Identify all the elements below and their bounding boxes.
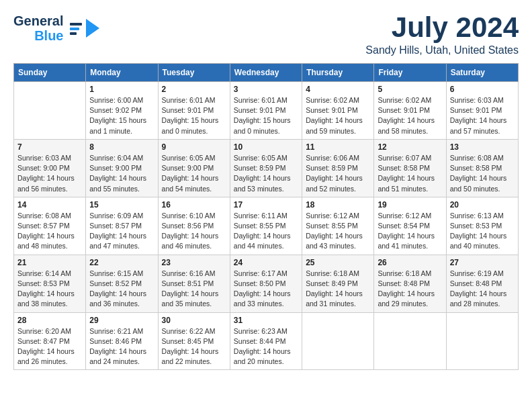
day-info: Sunrise: 6:12 AMSunset: 8:54 PMDaylight:… <box>378 211 442 252</box>
day-number: 13 <box>450 142 515 152</box>
day-info: Sunrise: 6:16 AMSunset: 8:51 PMDaylight:… <box>162 269 226 310</box>
day-info: Sunrise: 6:15 AMSunset: 8:52 PMDaylight:… <box>89 269 154 310</box>
day-info: Sunrise: 6:01 AMSunset: 9:01 PMDaylight:… <box>162 95 226 136</box>
day-info: Sunrise: 6:20 AMSunset: 8:47 PMDaylight:… <box>17 326 82 367</box>
calendar-cell: 7Sunrise: 6:03 AMSunset: 9:00 PMDaylight… <box>14 139 86 197</box>
day-info: Sunrise: 6:08 AMSunset: 8:58 PMDaylight:… <box>450 153 515 194</box>
day-info: Sunrise: 6:06 AMSunset: 8:59 PMDaylight:… <box>306 153 370 194</box>
day-number: 15 <box>89 200 154 210</box>
calendar-header-row: SundayMondayTuesdayWednesdayThursdayFrid… <box>14 64 519 82</box>
calendar-week-row: 28Sunrise: 6:20 AMSunset: 8:47 PMDayligh… <box>14 312 519 370</box>
calendar-cell: 26Sunrise: 6:18 AMSunset: 8:48 PMDayligh… <box>374 255 446 312</box>
calendar-day-header: Monday <box>86 64 158 82</box>
day-number: 14 <box>17 200 82 210</box>
day-number: 28 <box>17 316 82 325</box>
day-number: 24 <box>234 258 298 267</box>
calendar-day-header: Friday <box>374 64 446 82</box>
calendar-cell: 31Sunrise: 6:23 AMSunset: 8:44 PMDayligh… <box>230 312 302 370</box>
day-number: 5 <box>378 85 442 94</box>
logo-general: General <box>13 13 63 28</box>
calendar-cell: 9Sunrise: 6:05 AMSunset: 9:00 PMDaylight… <box>158 139 230 197</box>
calendar-cell <box>446 312 518 370</box>
calendar-cell: 20Sunrise: 6:13 AMSunset: 8:53 PMDayligh… <box>446 197 518 255</box>
calendar-cell: 8Sunrise: 6:04 AMSunset: 9:00 PMDaylight… <box>86 139 158 197</box>
main-title: July 2024 <box>365 13 519 42</box>
calendar-cell <box>14 82 86 140</box>
calendar-cell: 18Sunrise: 6:12 AMSunset: 8:55 PMDayligh… <box>302 197 374 255</box>
calendar-cell: 1Sunrise: 6:00 AMSunset: 9:02 PMDaylight… <box>86 82 158 140</box>
calendar-cell <box>374 312 446 370</box>
day-number: 23 <box>162 258 226 267</box>
day-info: Sunrise: 6:02 AMSunset: 9:01 PMDaylight:… <box>378 95 442 136</box>
day-info: Sunrise: 6:12 AMSunset: 8:55 PMDaylight:… <box>306 211 370 252</box>
calendar-cell: 27Sunrise: 6:19 AMSunset: 8:48 PMDayligh… <box>446 255 518 312</box>
day-number: 26 <box>378 258 442 267</box>
day-info: Sunrise: 6:05 AMSunset: 8:59 PMDaylight:… <box>234 153 298 194</box>
calendar-cell: 22Sunrise: 6:15 AMSunset: 8:52 PMDayligh… <box>86 255 158 312</box>
day-info: Sunrise: 6:07 AMSunset: 8:58 PMDaylight:… <box>378 153 442 194</box>
day-number: 21 <box>17 258 82 267</box>
day-info: Sunrise: 6:00 AMSunset: 9:02 PMDaylight:… <box>89 95 154 136</box>
calendar-cell: 6Sunrise: 6:03 AMSunset: 9:01 PMDaylight… <box>446 82 518 140</box>
calendar-cell: 29Sunrise: 6:21 AMSunset: 8:46 PMDayligh… <box>86 312 158 370</box>
calendar-cell: 13Sunrise: 6:08 AMSunset: 8:58 PMDayligh… <box>446 139 518 197</box>
calendar-cell: 21Sunrise: 6:14 AMSunset: 8:53 PMDayligh… <box>14 255 86 312</box>
calendar-cell: 3Sunrise: 6:01 AMSunset: 9:01 PMDaylight… <box>230 82 302 140</box>
calendar-cell: 19Sunrise: 6:12 AMSunset: 8:54 PMDayligh… <box>374 197 446 255</box>
day-info: Sunrise: 6:14 AMSunset: 8:53 PMDaylight:… <box>17 269 82 310</box>
calendar-day-header: Sunday <box>14 64 86 82</box>
calendar-cell: 24Sunrise: 6:17 AMSunset: 8:50 PMDayligh… <box>230 255 302 312</box>
day-number: 18 <box>306 200 370 210</box>
day-number: 4 <box>306 85 370 94</box>
calendar-cell: 30Sunrise: 6:22 AMSunset: 8:45 PMDayligh… <box>158 312 230 370</box>
day-info: Sunrise: 6:22 AMSunset: 8:45 PMDaylight:… <box>162 326 226 367</box>
day-info: Sunrise: 6:23 AMSunset: 8:44 PMDaylight:… <box>234 326 298 367</box>
calendar-cell: 12Sunrise: 6:07 AMSunset: 8:58 PMDayligh… <box>374 139 446 197</box>
day-number: 8 <box>89 142 154 152</box>
day-number: 20 <box>450 200 515 210</box>
calendar-cell: 5Sunrise: 6:02 AMSunset: 9:01 PMDaylight… <box>374 82 446 140</box>
calendar-cell: 16Sunrise: 6:10 AMSunset: 8:56 PMDayligh… <box>158 197 230 255</box>
calendar-cell: 28Sunrise: 6:20 AMSunset: 8:47 PMDayligh… <box>14 312 86 370</box>
day-number: 19 <box>378 200 442 210</box>
day-info: Sunrise: 6:19 AMSunset: 8:48 PMDaylight:… <box>450 269 515 310</box>
day-number: 9 <box>162 142 226 152</box>
calendar-cell <box>302 312 374 370</box>
logo: General Blue <box>13 13 99 43</box>
calendar-cell: 25Sunrise: 6:18 AMSunset: 8:49 PMDayligh… <box>302 255 374 312</box>
page-header: General Blue July 2024 Sandy Hills, Utah… <box>13 13 519 56</box>
day-info: Sunrise: 6:08 AMSunset: 8:57 PMDaylight:… <box>17 211 82 252</box>
day-number: 25 <box>306 258 370 267</box>
day-number: 10 <box>234 142 298 152</box>
day-number: 2 <box>162 85 226 94</box>
day-info: Sunrise: 6:21 AMSunset: 8:46 PMDaylight:… <box>89 326 154 367</box>
day-info: Sunrise: 6:18 AMSunset: 8:49 PMDaylight:… <box>306 269 370 310</box>
day-number: 27 <box>450 258 515 267</box>
day-info: Sunrise: 6:10 AMSunset: 8:56 PMDaylight:… <box>162 211 226 252</box>
calendar-cell: 23Sunrise: 6:16 AMSunset: 8:51 PMDayligh… <box>158 255 230 312</box>
day-number: 12 <box>378 142 442 152</box>
calendar-cell: 15Sunrise: 6:09 AMSunset: 8:57 PMDayligh… <box>86 197 158 255</box>
calendar-day-header: Wednesday <box>230 64 302 82</box>
day-info: Sunrise: 6:11 AMSunset: 8:55 PMDaylight:… <box>234 211 298 252</box>
day-number: 22 <box>89 258 154 267</box>
calendar-cell: 2Sunrise: 6:01 AMSunset: 9:01 PMDaylight… <box>158 82 230 140</box>
day-info: Sunrise: 6:18 AMSunset: 8:48 PMDaylight:… <box>378 269 442 310</box>
day-number: 16 <box>162 200 226 210</box>
logo-blue: Blue <box>34 28 63 43</box>
day-number: 17 <box>234 200 298 210</box>
calendar-week-row: 7Sunrise: 6:03 AMSunset: 9:00 PMDaylight… <box>14 139 519 197</box>
calendar-cell: 11Sunrise: 6:06 AMSunset: 8:59 PMDayligh… <box>302 139 374 197</box>
day-info: Sunrise: 6:04 AMSunset: 9:00 PMDaylight:… <box>89 153 154 194</box>
day-info: Sunrise: 6:13 AMSunset: 8:53 PMDaylight:… <box>450 211 515 252</box>
day-number: 29 <box>89 316 154 325</box>
day-number: 7 <box>17 142 82 152</box>
day-number: 3 <box>234 85 298 94</box>
day-info: Sunrise: 6:01 AMSunset: 9:01 PMDaylight:… <box>234 95 298 136</box>
calendar-table: SundayMondayTuesdayWednesdayThursdayFrid… <box>13 63 519 370</box>
day-info: Sunrise: 6:02 AMSunset: 9:01 PMDaylight:… <box>306 95 370 136</box>
calendar-cell: 17Sunrise: 6:11 AMSunset: 8:55 PMDayligh… <box>230 197 302 255</box>
day-info: Sunrise: 6:03 AMSunset: 9:00 PMDaylight:… <box>17 153 82 194</box>
day-info: Sunrise: 6:17 AMSunset: 8:50 PMDaylight:… <box>234 269 298 310</box>
day-number: 30 <box>162 316 226 325</box>
